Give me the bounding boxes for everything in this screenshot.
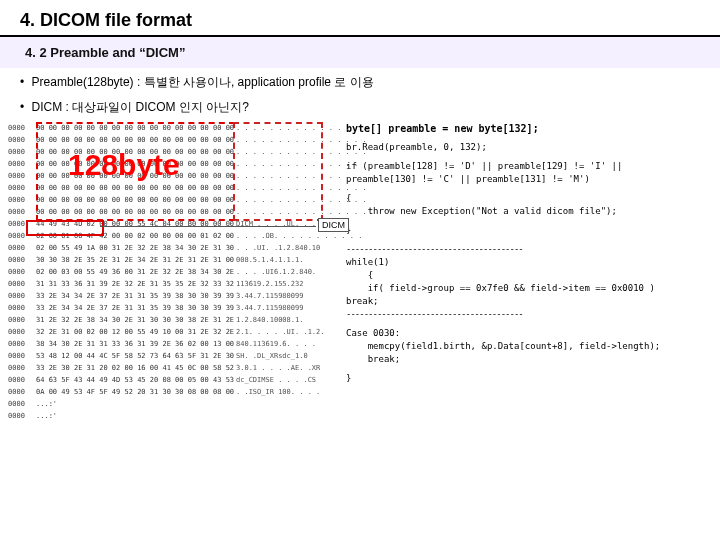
label-128byte: 128byte xyxy=(68,148,180,182)
code-line: br.Read(preamble, 0, 132); xyxy=(346,141,714,154)
dicm-arrow xyxy=(100,226,316,227)
code-line: { xyxy=(346,192,714,205)
hex-row: 0000...:' xyxy=(8,398,338,410)
bullet-preamble: • Preamble(128byte) : 특별한 사용이나, applicat… xyxy=(0,68,720,93)
hex-row: 000033 2E 30 2E 31 20 02 00 16 00 41 45 … xyxy=(8,362,338,374)
bullet-icon: • xyxy=(20,100,24,114)
hex-row: 000053 48 12 00 44 4C 5F 58 52 73 64 63 … xyxy=(8,350,338,362)
dicm-callout-label: DICM xyxy=(318,218,349,232)
code-line: while(1) xyxy=(346,256,714,269)
hex-row: 0000...:' xyxy=(8,410,338,422)
bullet-icon: • xyxy=(20,75,24,89)
hex-row: 000033 2E 34 34 2E 37 2E 31 31 35 39 38 … xyxy=(8,302,338,314)
hex-row: 000000 00 00 00 00 00 00 00 00 00 00 00 … xyxy=(8,194,338,206)
hex-row: 000000 00 00 00 00 00 00 00 00 00 00 00 … xyxy=(8,206,338,218)
code-line: if (preamble[128] != 'D' || preamble[129… xyxy=(346,160,714,173)
code-line: if( field->group == 0x7fe0 && field->ite… xyxy=(346,282,714,295)
bullet-dicm: • DICM : 대상파일이 DICOM 인지 아닌지? xyxy=(0,93,720,118)
code-line: break; xyxy=(346,353,714,366)
code-line: throw new Exception("Not a valid dicom f… xyxy=(346,205,714,218)
dicm-highlight-box xyxy=(26,220,104,236)
code-line: } xyxy=(346,372,714,385)
hex-row: 000038 34 30 2E 31 31 33 36 31 39 2E 36 … xyxy=(8,338,338,350)
bullet-text-1: Preamble(128byte) : 특별한 사용이나, applicatio… xyxy=(32,75,374,89)
hex-dump-panel: 000000 00 00 00 00 00 00 00 00 00 00 00 … xyxy=(8,122,338,422)
hex-row: 000064 63 5F 43 44 49 4D 53 45 20 08 00 … xyxy=(8,374,338,386)
code-line: byte[] preamble = new byte[132]; xyxy=(346,122,714,135)
hex-row: 000030 30 38 2E 35 2E 31 2E 34 2E 31 2E … xyxy=(8,254,338,266)
code-separator: ---------------------------------------- xyxy=(346,243,714,256)
code-line: } xyxy=(346,224,714,237)
code-separator: ---------------------------------------- xyxy=(346,308,714,321)
hex-row: 000000 00 00 00 00 00 00 00 00 00 00 00 … xyxy=(8,134,338,146)
code-line: preamble[130] != 'C' || preamble[131] !=… xyxy=(346,173,714,186)
code-line: break; xyxy=(346,295,714,308)
hex-row: 000002 00 03 00 55 49 36 00 31 2E 32 2E … xyxy=(8,266,338,278)
code-line: Case 0030: xyxy=(346,327,714,340)
hex-row: 000000 00 00 00 00 00 00 00 00 00 00 00 … xyxy=(8,182,338,194)
code-panel: byte[] preamble = new byte[132]; br.Read… xyxy=(342,122,714,422)
code-line: { xyxy=(346,269,714,282)
page-title: 4. DICOM file format xyxy=(0,0,720,37)
hex-row: 00000A 00 49 53 4F 5F 49 52 20 31 30 30 … xyxy=(8,386,338,398)
code-line: memcpy(field1.birth, &p.Data[count+8], f… xyxy=(346,340,714,353)
bullet-text-2: DICM : 대상파일이 DICOM 인지 아닌지? xyxy=(32,100,249,114)
hex-row: 000033 2E 34 34 2E 37 2E 31 31 35 39 38 … xyxy=(8,290,338,302)
hex-row: 000000 00 00 00 00 00 00 00 00 00 00 00 … xyxy=(8,122,338,134)
hex-row: 000031 31 33 36 31 39 2E 32 2E 31 35 35 … xyxy=(8,278,338,290)
hex-row: 000031 2E 32 2E 38 34 30 2E 31 30 30 30 … xyxy=(8,314,338,326)
hex-row: 000002 00 55 49 1A 00 31 2E 32 2E 38 34 … xyxy=(8,242,338,254)
hex-row: 000032 2E 31 00 02 00 12 00 55 49 10 00 … xyxy=(8,326,338,338)
section-subtitle: 4. 2 Preamble and “DICM” xyxy=(0,37,720,68)
